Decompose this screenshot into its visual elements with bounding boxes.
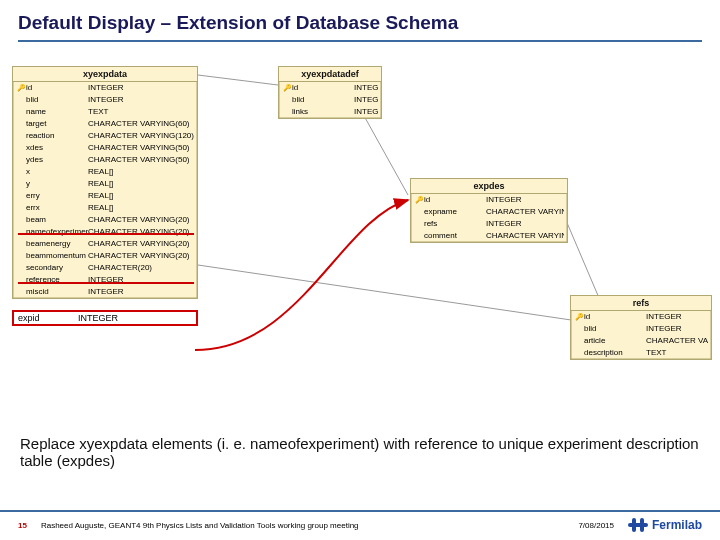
col-type: CHARACTER VARYING(20) bbox=[88, 214, 194, 226]
key-icon bbox=[414, 230, 424, 242]
table-row: yREAL[] bbox=[13, 178, 197, 190]
col-name: y bbox=[26, 178, 88, 190]
key-icon bbox=[574, 323, 584, 335]
col-type: CHARACTER VARYING(20) bbox=[88, 226, 194, 238]
svg-line-0 bbox=[198, 75, 278, 85]
col-type: TEXT bbox=[88, 106, 194, 118]
col-name: secondary bbox=[26, 262, 88, 274]
table-row: nameofexperimentCHARACTER VARYING(20) bbox=[13, 226, 197, 238]
col-name: ydes bbox=[26, 154, 88, 166]
col-type: CHARACTER VARYING(50) bbox=[88, 142, 194, 154]
table-row: beamenergyCHARACTER VARYING(20) bbox=[13, 238, 197, 250]
fermilab-text: Fermilab bbox=[652, 518, 702, 532]
table-row: errxREAL[] bbox=[13, 202, 197, 214]
new-column-expid: expid INTEGER bbox=[12, 310, 198, 326]
fermilab-logo: Fermilab bbox=[628, 518, 702, 532]
key-icon: 🔑 bbox=[414, 194, 424, 206]
col-name: blid bbox=[292, 94, 354, 106]
table-row: 🔑idINTEGER bbox=[411, 194, 567, 206]
col-type: TEXT bbox=[646, 347, 708, 359]
table-row: xdesCHARACTER VARYING(50) bbox=[13, 142, 197, 154]
page-title: Default Display – Extension of Database … bbox=[0, 0, 720, 40]
table-row: referenceINTEGER bbox=[13, 274, 197, 286]
col-type: CHARACTER VARYING(20) bbox=[88, 238, 194, 250]
col-name: links bbox=[292, 106, 354, 118]
footer-date: 7/08/2015 bbox=[578, 521, 614, 530]
footer: 15 Rasheed Auguste, GEANT4 9th Physics L… bbox=[0, 510, 720, 540]
col-name: reference bbox=[26, 274, 88, 286]
key-icon bbox=[16, 142, 26, 154]
col-name: beammomentum bbox=[26, 250, 88, 262]
key-icon bbox=[282, 106, 292, 118]
col-name: id bbox=[584, 311, 646, 323]
key-icon bbox=[16, 130, 26, 142]
table-row: commentCHARACTER VARYING(50) bbox=[411, 230, 567, 242]
col-type: REAL[] bbox=[88, 178, 194, 190]
key-icon bbox=[16, 262, 26, 274]
col-type: INTEGER bbox=[486, 194, 564, 206]
table-row: targetCHARACTER VARYING(60) bbox=[13, 118, 197, 130]
table-header: xyexpdata bbox=[13, 67, 197, 82]
key-icon bbox=[16, 238, 26, 250]
table-header: xyexpdatadef bbox=[279, 67, 381, 82]
col-type: CHARACTER VARYING(200) bbox=[646, 335, 708, 347]
key-icon bbox=[16, 202, 26, 214]
key-icon bbox=[16, 94, 26, 106]
col-name: beam bbox=[26, 214, 88, 226]
col-name: miscid bbox=[26, 286, 88, 298]
key-icon bbox=[16, 166, 26, 178]
title-rule bbox=[18, 40, 702, 42]
table-row: linksINTEGER[] bbox=[279, 106, 381, 118]
table-row: 🔑idINTEGER bbox=[279, 82, 381, 94]
key-icon: 🔑 bbox=[16, 82, 26, 94]
col-name: blid bbox=[584, 323, 646, 335]
table-row: expnameCHARACTER VARYING(60) bbox=[411, 206, 567, 218]
table-xyexpdatadef: xyexpdatadef 🔑idINTEGERblidINTEGERlinksI… bbox=[278, 66, 382, 119]
col-type: INTEGER bbox=[88, 94, 194, 106]
col-name: name bbox=[26, 106, 88, 118]
col-type: INTEGER bbox=[354, 82, 378, 94]
col-name: refs bbox=[424, 218, 486, 230]
footer-credit: Rasheed Auguste, GEANT4 9th Physics List… bbox=[41, 521, 578, 530]
table-row: blidINTEGER bbox=[571, 323, 711, 335]
table-row: xREAL[] bbox=[13, 166, 197, 178]
table-row: articleCHARACTER VARYING(200) bbox=[571, 335, 711, 347]
table-row: 🔑idINTEGER bbox=[13, 82, 197, 94]
col-type: INTEGER[] bbox=[354, 106, 378, 118]
col-type: INTEGER bbox=[88, 274, 194, 286]
col-type: INTEGER bbox=[486, 218, 564, 230]
col-type: CHARACTER VARYING(50) bbox=[486, 230, 564, 242]
key-icon: 🔑 bbox=[282, 82, 292, 94]
table-row: reactionCHARACTER VARYING(120) bbox=[13, 130, 197, 142]
key-icon bbox=[16, 250, 26, 262]
strike-line bbox=[18, 282, 194, 284]
new-col-name: expid bbox=[18, 313, 78, 323]
table-row: blidINTEGER bbox=[279, 94, 381, 106]
col-type: CHARACTER VARYING(20) bbox=[88, 250, 194, 262]
col-name: beamenergy bbox=[26, 238, 88, 250]
body-text: Replace xyexpdata elements (i. e. nameof… bbox=[20, 435, 700, 469]
col-type: CHARACTER(20) bbox=[88, 262, 194, 274]
fermilab-icon bbox=[628, 518, 648, 532]
col-name: id bbox=[26, 82, 88, 94]
table-row: secondaryCHARACTER(20) bbox=[13, 262, 197, 274]
key-icon bbox=[16, 274, 26, 286]
svg-line-3 bbox=[198, 265, 605, 325]
key-icon bbox=[16, 190, 26, 202]
col-type: INTEGER bbox=[646, 311, 708, 323]
col-name: article bbox=[584, 335, 646, 347]
key-icon bbox=[16, 106, 26, 118]
col-name: comment bbox=[424, 230, 486, 242]
key-icon bbox=[574, 335, 584, 347]
key-icon bbox=[16, 118, 26, 130]
col-type: INTEGER bbox=[354, 94, 378, 106]
col-name: id bbox=[424, 194, 486, 206]
table-row: descriptionTEXT bbox=[571, 347, 711, 359]
table-row: nameTEXT bbox=[13, 106, 197, 118]
key-icon: 🔑 bbox=[574, 311, 584, 323]
col-name: erry bbox=[26, 190, 88, 202]
table-row: beamCHARACTER VARYING(20) bbox=[13, 214, 197, 226]
col-type: CHARACTER VARYING(60) bbox=[486, 206, 564, 218]
table-row: refsINTEGER bbox=[411, 218, 567, 230]
table-header: expdes bbox=[411, 179, 567, 194]
